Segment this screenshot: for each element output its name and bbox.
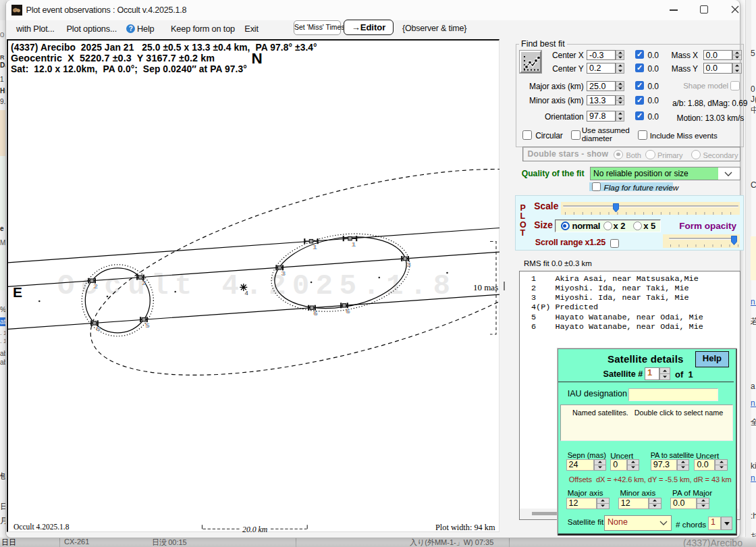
svg-text:2: 2 — [143, 279, 146, 286]
svg-text:6: 6 — [315, 309, 318, 317]
svg-text:1: 1 — [352, 240, 356, 248]
svg-text:3: 3 — [408, 261, 411, 268]
svg-text:5: 5 — [97, 325, 101, 332]
svg-text:2: 2 — [94, 282, 98, 290]
svg-text:5: 5 — [146, 321, 150, 329]
svg-text:1: 1 — [314, 243, 317, 251]
svg-text:6: 6 — [347, 307, 350, 315]
svg-text:4: 4 — [245, 289, 248, 296]
svg-text:3: 3 — [282, 269, 286, 277]
